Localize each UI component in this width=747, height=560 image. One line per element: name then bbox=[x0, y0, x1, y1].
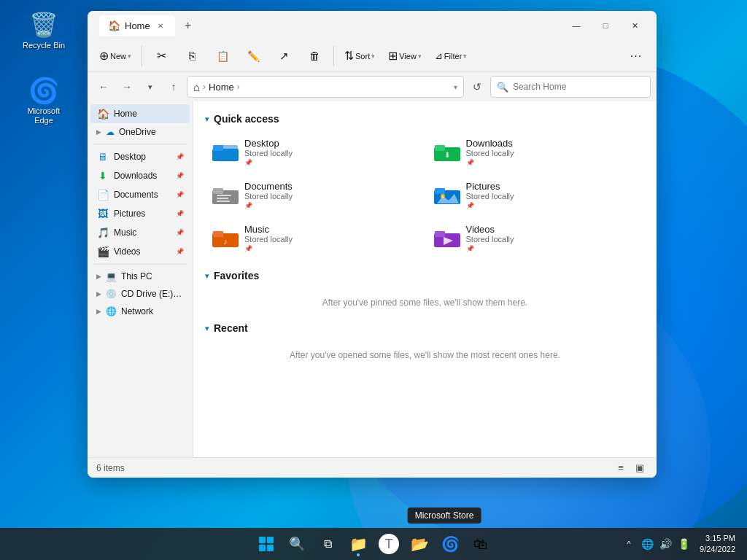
volume-button[interactable]: 🔊 bbox=[657, 535, 674, 553]
sidebar-cd-drive-label: CD Drive (E:) W11Fr bbox=[121, 289, 184, 299]
file-explorer-taskbar-icon: 📁 bbox=[349, 535, 368, 553]
folder-item-pictures[interactable]: Pictures Stored locally 📌 bbox=[427, 175, 646, 215]
sidebar-item-onedrive[interactable]: ▶ ☁ OneDrive bbox=[90, 123, 190, 141]
up-button[interactable]: ↑ bbox=[163, 77, 184, 97]
edge-taskbar-icon: 🌀 bbox=[441, 535, 460, 553]
folder-item-documents[interactable]: Documents Stored locally 📌 bbox=[205, 175, 424, 215]
sidebar-item-network[interactable]: ▶ 🌐 Network bbox=[90, 303, 190, 320]
folder-item-downloads[interactable]: ⬇ Downloads Stored locally 📌 bbox=[427, 132, 646, 172]
favorites-title: Favorites bbox=[214, 270, 259, 281]
videos-folder-name: Videos bbox=[466, 224, 514, 235]
minimize-button[interactable]: — bbox=[563, 15, 589, 36]
sidebar-item-downloads[interactable]: ⬇ Downloads 📌 bbox=[90, 166, 190, 185]
items-label: items bbox=[104, 463, 125, 473]
folder-item-desktop[interactable]: Desktop Stored locally 📌 bbox=[205, 132, 424, 172]
network-status-button[interactable]: 🌐 bbox=[638, 535, 656, 553]
sidebar-item-pictures[interactable]: 🖼 Pictures 📌 bbox=[90, 204, 190, 223]
new-tab-button[interactable]: + bbox=[178, 15, 198, 36]
edge-taskbar-button[interactable]: 🌀 bbox=[436, 529, 465, 559]
more-button[interactable]: ··· bbox=[622, 47, 651, 66]
sidebar-item-videos[interactable]: 🎬 Videos 📌 bbox=[90, 242, 190, 261]
sidebar-item-documents[interactable]: 📄 Documents 📌 bbox=[90, 185, 190, 204]
toolbar: ⊕ New ▾ ✂ ⎘ 📋 ✏️ ↗ 🗑 bbox=[88, 40, 657, 72]
tray-chevron-button[interactable]: ^ bbox=[620, 535, 638, 553]
tab-close-button[interactable]: ✕ bbox=[155, 20, 166, 31]
pictures-folder-pin: 📌 bbox=[466, 202, 514, 209]
desktop-folder-name: Desktop bbox=[244, 138, 293, 149]
grid-view-button[interactable]: ▣ bbox=[632, 460, 648, 476]
copy-button[interactable]: ⎘ bbox=[177, 47, 206, 65]
ms-store-taskbar-icon: 🛍 bbox=[473, 536, 488, 553]
favorites-collapse-arrow[interactable]: ▾ bbox=[205, 271, 209, 281]
search-box[interactable]: 🔍 bbox=[490, 76, 651, 98]
svg-rect-20 bbox=[435, 231, 445, 237]
sort-icon: ⇅ bbox=[344, 49, 354, 63]
sidebar-item-music[interactable]: 🎵 Music 📌 bbox=[90, 223, 190, 242]
folder-item-videos[interactable]: Videos Stored locally 📌 bbox=[427, 218, 646, 258]
sidebar-item-cd-drive[interactable]: ▶ 💿 CD Drive (E:) W11Fr bbox=[90, 285, 190, 303]
search-input[interactable] bbox=[513, 82, 644, 92]
tab-home-icon: 🏠 bbox=[108, 20, 120, 31]
clock[interactable]: 3:15 PM 9/24/2022 bbox=[694, 532, 741, 557]
quick-access-header: ▾ Quick access bbox=[205, 113, 645, 125]
documents-folder-sub: Stored locally bbox=[244, 192, 293, 201]
svg-rect-22 bbox=[259, 537, 266, 543]
share-icon: ↗ bbox=[279, 50, 289, 63]
filter-button[interactable]: ⊿ Filter ▾ bbox=[429, 47, 473, 64]
files-taskbar-button[interactable]: 📂 bbox=[405, 529, 434, 559]
recent-collapse-arrow[interactable]: ▾ bbox=[205, 324, 209, 333]
onedrive-expand-arrow: ▶ bbox=[96, 128, 101, 136]
path-home-text: Home bbox=[209, 82, 234, 93]
file-explorer-taskbar-button[interactable]: 📁 bbox=[344, 529, 373, 559]
delete-icon: 🗑 bbox=[309, 50, 320, 62]
music-folder-name: Music bbox=[244, 224, 293, 235]
view-buttons: ≡ ▣ bbox=[613, 460, 648, 476]
microsoft-edge-icon[interactable]: 🌀 Microsoft Edge bbox=[15, 73, 73, 128]
battery-icon: 🔋 bbox=[678, 538, 690, 550]
task-view-button[interactable]: ⧉ bbox=[313, 529, 342, 559]
view-button[interactable]: ⊞ View ▾ bbox=[382, 46, 427, 66]
home-icon: 🏠 bbox=[96, 108, 109, 120]
folder-item-music[interactable]: ♪ Music Stored locally 📌 bbox=[205, 218, 424, 258]
videos-folder-info: Videos Stored locally 📌 bbox=[466, 224, 514, 252]
cut-button[interactable]: ✂ bbox=[147, 46, 176, 66]
maximize-button[interactable]: □ bbox=[592, 15, 619, 36]
teams-taskbar-button[interactable]: T bbox=[374, 529, 403, 559]
downloads-pin-icon: 📌 bbox=[176, 172, 184, 179]
main-panel: ▾ Quick access bbox=[193, 101, 657, 457]
music-pin-icon: 📌 bbox=[176, 229, 184, 236]
share-button[interactable]: ↗ bbox=[269, 47, 298, 66]
paste-button[interactable]: 📋 bbox=[208, 47, 237, 65]
forward-button[interactable]: → bbox=[117, 77, 137, 97]
delete-button[interactable]: 🗑 bbox=[300, 47, 329, 65]
recycle-bin-icon[interactable]: 🗑️ Recycle Bin bbox=[15, 7, 73, 53]
rename-button[interactable]: ✏️ bbox=[239, 47, 268, 65]
favorites-empty-message: After you've pinned some files, we'll sh… bbox=[205, 289, 645, 316]
list-view-button[interactable]: ≡ bbox=[613, 460, 629, 476]
search-icon: 🔍 bbox=[497, 82, 508, 93]
battery-button[interactable]: 🔋 bbox=[675, 535, 692, 553]
sort-button[interactable]: ⇅ Sort ▾ bbox=[338, 46, 381, 66]
quick-access-grid: Desktop Stored locally 📌 ⬇ bbox=[205, 132, 645, 258]
status-bar: 6 items ≡ ▣ bbox=[88, 457, 657, 478]
taskbar-search-button[interactable]: 🔍 bbox=[282, 529, 311, 559]
sidebar-item-this-pc[interactable]: ▶ 💻 This PC bbox=[90, 268, 190, 285]
system-tray: ^ 🌐 🔊 🔋 3:15 PM 9/24/2022 bbox=[620, 532, 747, 557]
quick-access-collapse-arrow[interactable]: ▾ bbox=[205, 114, 209, 124]
new-button[interactable]: ⊕ New ▾ bbox=[93, 46, 137, 66]
sidebar-item-desktop[interactable]: 🖥 Desktop 📌 bbox=[90, 147, 190, 166]
start-button[interactable] bbox=[252, 529, 281, 559]
address-path[interactable]: ⌂ › Home › ▾ bbox=[187, 76, 464, 98]
close-button[interactable]: ✕ bbox=[622, 15, 648, 36]
sidebar-item-home[interactable]: 🏠 Home bbox=[90, 104, 190, 123]
ms-store-taskbar-button[interactable]: 🛍 Microsoft Store bbox=[466, 529, 495, 559]
back-button[interactable]: ← bbox=[93, 77, 114, 97]
recent-title: Recent bbox=[214, 322, 248, 334]
recent-locations-button[interactable]: ▾ bbox=[140, 77, 160, 97]
music-folder-icon-wrap: ♪ bbox=[212, 225, 239, 252]
svg-rect-11 bbox=[217, 201, 230, 202]
pictures-folder-info: Pictures Stored locally 📌 bbox=[466, 181, 514, 209]
refresh-button[interactable]: ↺ bbox=[467, 77, 487, 97]
home-tab[interactable]: 🏠 Home ✕ bbox=[99, 15, 175, 36]
path-dropdown-arrow[interactable]: ▾ bbox=[454, 83, 457, 91]
